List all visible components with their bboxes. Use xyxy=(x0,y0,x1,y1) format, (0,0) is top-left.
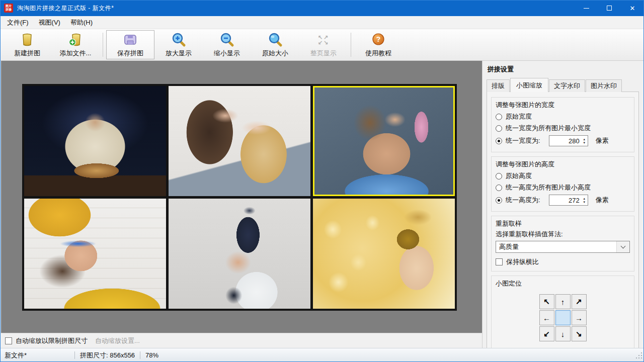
titlebar: 图片 拼接 淘淘图片拼接之星正式版 - 新文件* ✕ xyxy=(0,0,644,16)
keep-aspect-row[interactable]: 保持纵横比 xyxy=(496,257,630,266)
save-collage-button[interactable]: 保存拼图 xyxy=(106,30,154,59)
toolbar-button-label: 使用教程 xyxy=(365,49,391,58)
width-option-original[interactable]: 原始宽度 xyxy=(496,112,630,121)
collage-cell-3-selected[interactable] xyxy=(313,86,455,196)
photo-woman-with-orchid xyxy=(313,86,455,196)
collage-cell-6[interactable] xyxy=(313,199,455,309)
position-down-left-button[interactable]: ↙ xyxy=(539,326,554,341)
uniform-width-value[interactable]: 280 xyxy=(549,137,581,145)
auto-scale-label: 自动缩放以限制拼图尺寸 xyxy=(16,336,88,345)
zoom-out-button[interactable]: 缩小显示 xyxy=(203,30,251,59)
save-collage-icon xyxy=(122,32,139,48)
tab-layout[interactable]: 排版 xyxy=(487,79,510,92)
collage-cell-5[interactable] xyxy=(169,199,310,309)
uniform-height-spinner[interactable]: 272 ▲▼ xyxy=(549,195,588,206)
statusbar: 新文件* 拼图尺寸: 856x556 78% xyxy=(0,348,644,362)
radio-icon[interactable] xyxy=(496,125,502,132)
fit-page-icon: ↖↗ ↙↘ xyxy=(315,32,332,48)
height-group-title: 调整每张图片的高度 xyxy=(496,160,630,169)
toolbar-button-label: 原始大小 xyxy=(262,49,288,58)
panel-title: 拼接设置 xyxy=(488,65,639,74)
minimize-button[interactable] xyxy=(575,0,598,16)
spinner-arrows-icon[interactable]: ▲▼ xyxy=(581,138,588,144)
tutorial-icon: ? xyxy=(370,32,387,48)
toolbar-button-label: 新建拼图 xyxy=(14,49,40,58)
fit-page-button[interactable]: ↖↗ ↙↘ 整页显示 xyxy=(299,30,348,59)
tab-thumb-scaling[interactable]: 小图缩放 xyxy=(510,78,548,92)
thumb-position-pad: ↖ ↑ ↗ ← → ↙ ↓ ↘ xyxy=(539,294,587,341)
new-collage-button[interactable]: 新建拼图 xyxy=(3,30,51,59)
toolbar: 新建拼图 添加文件... 保存拼图 放大显示 缩小显示 原始大小 ↖↗ xyxy=(0,29,644,61)
minimize-icon xyxy=(584,8,589,9)
app-icon-text-2: 拼接 xyxy=(6,8,12,12)
add-files-button[interactable]: 添加文件... xyxy=(51,30,100,59)
window-title: 淘淘图片拼接之星正式版 - 新文件* xyxy=(17,4,114,13)
close-button[interactable]: ✕ xyxy=(621,0,644,16)
menubar: 文件(F) 视图(V) 帮助(H) xyxy=(0,16,644,29)
tutorial-button[interactable]: ? 使用教程 xyxy=(354,30,403,59)
tab-image-watermark[interactable]: 图片水印 xyxy=(586,79,622,92)
canvas-area[interactable] xyxy=(1,61,482,333)
radio-label: 统一高度为: xyxy=(506,196,540,205)
collage-cell-2[interactable] xyxy=(169,86,310,196)
height-group: 调整每张图片的高度 原始高度 统一高度为所有图片最小高度 统一高度为: 272 … xyxy=(491,156,634,212)
resample-group: 重新取样 选择重新取样插值算法: 高质量 保持纵横比 xyxy=(491,216,634,272)
width-option-uniform[interactable]: 统一宽度为: 280 ▲▼ 像素 xyxy=(496,135,630,146)
position-up-left-button[interactable]: ↖ xyxy=(539,294,554,309)
settings-tabs: 排版 小图缩放 文字水印 图片水印 xyxy=(487,77,639,92)
menu-file[interactable]: 文件(F) xyxy=(2,16,34,29)
height-option-min-of-all[interactable]: 统一高度为所有图片最小高度 xyxy=(496,183,630,192)
actual-size-button[interactable]: 原始大小 xyxy=(251,30,299,59)
height-option-original[interactable]: 原始高度 xyxy=(496,171,630,180)
height-option-uniform[interactable]: 统一高度为: 272 ▲▼ 像素 xyxy=(496,195,630,206)
collage-cell-1[interactable] xyxy=(24,86,166,196)
svg-text:?: ? xyxy=(376,35,381,43)
position-left-button[interactable]: ← xyxy=(539,310,554,325)
menu-help[interactable]: 帮助(H) xyxy=(65,16,98,29)
radio-label: 原始高度 xyxy=(506,171,532,180)
position-center-button-selected[interactable] xyxy=(555,310,571,325)
height-unit-label: 像素 xyxy=(596,196,609,205)
radio-icon[interactable] xyxy=(496,114,502,120)
radio-icon[interactable] xyxy=(496,173,502,179)
uniform-height-value[interactable]: 272 xyxy=(549,197,581,204)
zoom-out-icon xyxy=(218,32,235,48)
status-collage-size: 拼图尺寸: 856x556 xyxy=(80,351,135,360)
menu-view[interactable]: 视图(V) xyxy=(34,16,65,29)
keep-aspect-label: 保持纵横比 xyxy=(506,257,539,266)
actual-size-icon xyxy=(267,32,284,48)
radio-label: 统一高度为所有图片最小高度 xyxy=(506,183,591,192)
auto-scale-checkbox[interactable] xyxy=(5,337,12,344)
keep-aspect-checkbox[interactable] xyxy=(496,258,503,265)
combo-dropdown-button[interactable] xyxy=(616,241,629,252)
photo-woman-yellow-beanie xyxy=(24,199,166,309)
tab-page-thumb-scaling: 调整每张图片的宽度 原始宽度 统一宽度为所有图片最小宽度 统一宽度为: 280 … xyxy=(487,92,639,350)
resize-grip[interactable] xyxy=(636,352,642,360)
position-down-button[interactable]: ↓ xyxy=(555,326,571,341)
spinner-arrows-icon[interactable]: ▲▼ xyxy=(581,197,588,204)
collage-cell-4[interactable] xyxy=(24,199,166,309)
maximize-button[interactable] xyxy=(598,0,621,16)
resample-algorithm-select[interactable]: 高质量 xyxy=(496,241,630,253)
auto-scale-row: 自动缩放以限制拼图尺寸 自动缩放设置... xyxy=(1,333,482,348)
chevron-down-icon xyxy=(621,244,626,249)
radio-icon[interactable] xyxy=(496,185,502,191)
toolbar-button-label: 缩小显示 xyxy=(214,49,240,58)
tab-text-watermark[interactable]: 文字水印 xyxy=(549,79,585,92)
width-option-min-of-all[interactable]: 统一宽度为所有图片最小宽度 xyxy=(496,124,630,133)
status-separator xyxy=(74,351,75,359)
position-up-right-button[interactable]: ↗ xyxy=(572,294,587,309)
uniform-width-spinner[interactable]: 280 ▲▼ xyxy=(549,135,588,146)
radio-icon-checked[interactable] xyxy=(496,197,502,204)
resample-selected-value: 高质量 xyxy=(499,242,519,251)
radio-icon-checked[interactable] xyxy=(496,138,502,144)
position-right-button[interactable]: → xyxy=(572,310,587,325)
zoom-in-button[interactable]: 放大显示 xyxy=(154,30,203,59)
position-down-right-button[interactable]: ↘ xyxy=(572,326,587,341)
toolbar-separator xyxy=(103,33,103,57)
position-up-button[interactable]: ↑ xyxy=(555,294,571,309)
photo-two-models xyxy=(169,86,310,196)
photo-woman-gold-mask xyxy=(313,199,455,309)
photo-woman-striped-dress xyxy=(169,199,310,309)
auto-scale-settings-link[interactable]: 自动缩放设置... xyxy=(95,336,140,345)
